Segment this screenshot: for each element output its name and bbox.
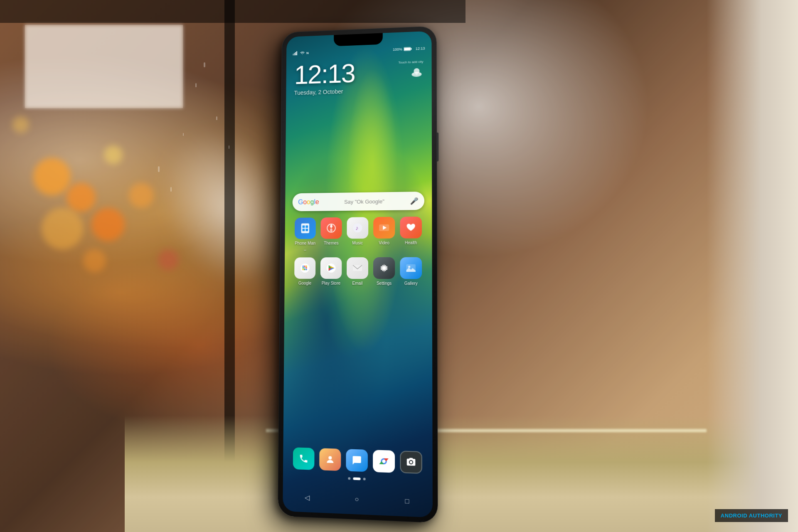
settings-label: Settings [377, 281, 392, 286]
svg-rect-12 [302, 229, 305, 231]
signal-icon [293, 51, 298, 55]
rain-7 [170, 187, 172, 192]
status-time: 12:13 [416, 46, 425, 51]
svg-rect-1 [294, 53, 295, 55]
status-left-icons: N [293, 51, 308, 55]
video-label: Video [379, 241, 389, 246]
dot-1 [348, 477, 350, 480]
rain-6 [229, 145, 229, 149]
app-settings[interactable]: Settings [372, 257, 396, 286]
svg-rect-24 [304, 267, 305, 268]
phone-device: N 100% 12:13 12:13 Tuesd [278, 26, 438, 523]
wifi-icon [300, 51, 305, 55]
app-health[interactable]: Health [399, 217, 423, 251]
side-button [437, 133, 438, 162]
phone-screen: N 100% 12:13 12:13 Tuesd [283, 31, 433, 518]
rain-4 [195, 83, 197, 87]
svg-rect-13 [305, 229, 308, 231]
phone-notch [334, 33, 383, 46]
home-button[interactable]: ○ [350, 493, 363, 506]
google-icon [294, 257, 315, 279]
themes-icon [320, 217, 342, 239]
battery-icon [404, 47, 412, 52]
app-video[interactable]: Video [372, 217, 396, 251]
app-play-store[interactable]: Play Store [319, 257, 343, 286]
rain-1 [204, 62, 205, 67]
svg-point-37 [408, 266, 410, 268]
android-authority-watermark: ANDROID AUTHORITY [715, 509, 788, 522]
bokeh-3 [91, 208, 125, 241]
svg-rect-5 [411, 48, 412, 50]
svg-rect-0 [293, 54, 293, 55]
dock-chrome[interactable] [373, 450, 395, 473]
phone-screen-bezel: N 100% 12:13 12:13 Tuesd [283, 31, 433, 518]
svg-rect-25 [306, 267, 307, 268]
bokeh-2 [66, 183, 96, 212]
svg-rect-9 [301, 223, 310, 233]
svg-rect-28 [306, 269, 307, 270]
email-label: Email [352, 281, 362, 286]
nfc-label: N [306, 51, 309, 55]
rain-3 [183, 133, 184, 136]
phone-manager-icon [295, 217, 316, 239]
bokeh-5 [42, 208, 83, 249]
recents-button[interactable]: □ [401, 495, 414, 508]
app-row-1: Phone Man _ Themes [292, 217, 424, 251]
play-store-icon [320, 257, 342, 279]
svg-point-41 [410, 461, 412, 463]
health-label: Health [405, 240, 417, 245]
svg-rect-27 [304, 269, 305, 270]
dot-2-active [353, 477, 360, 480]
svg-rect-22 [306, 266, 307, 267]
svg-rect-11 [305, 225, 308, 228]
bokeh-6 [83, 249, 106, 272]
bokeh-1 [33, 158, 71, 195]
voice-search-icon[interactable]: 🎤 [410, 197, 419, 205]
video-icon [373, 217, 395, 239]
dock-phone[interactable] [293, 447, 315, 470]
bokeh-small [12, 116, 29, 133]
svg-rect-6 [404, 48, 411, 50]
google-label: Google [298, 281, 312, 286]
email-icon [347, 257, 368, 279]
music-label: Music [352, 241, 363, 246]
svg-rect-21 [304, 266, 305, 267]
bokeh-red [158, 249, 179, 270]
window-outside-overlay [25, 25, 183, 108]
phone-manager-label: Phone Man _ [293, 241, 317, 251]
dock-camera[interactable] [400, 451, 422, 474]
app-google[interactable]: Google [293, 257, 317, 286]
gallery-icon [400, 257, 422, 279]
rain-5 [158, 166, 160, 172]
music-icon: ♪ [347, 217, 368, 239]
window-sill [125, 416, 798, 532]
dot-3 [363, 478, 366, 480]
google-search-bar[interactable]: Google Say "Ok Google" 🎤 [293, 192, 425, 211]
app-gallery[interactable]: Gallery [399, 257, 423, 286]
phone-body: N 100% 12:13 12:13 Tuesd [278, 26, 438, 523]
health-icon [400, 217, 422, 239]
settings-icon [373, 257, 395, 279]
window-right-frame [707, 0, 798, 532]
dock-messages[interactable] [346, 449, 368, 472]
themes-label: Themes [324, 241, 339, 246]
google-logo: Google [298, 198, 319, 206]
app-phone-manager[interactable]: Phone Man _ [293, 217, 317, 251]
app-row-2: Google [292, 257, 424, 286]
app-email[interactable]: Email [345, 257, 369, 286]
watermark-suffix: AUTHORITY [747, 512, 782, 519]
dock-contacts[interactable] [319, 448, 341, 471]
watermark-brand: ANDROID [721, 512, 747, 519]
svg-rect-2 [295, 52, 296, 55]
svg-rect-26 [303, 269, 304, 270]
status-right-info: 100% 12:13 [393, 46, 425, 52]
back-button[interactable]: ◁ [301, 491, 313, 504]
app-grid: Phone Man _ Themes [292, 217, 424, 293]
rain-2 [216, 116, 217, 120]
app-themes[interactable]: Themes [319, 217, 343, 251]
battery-percent: 100% [393, 47, 402, 52]
clock-section: 12:13 Tuesday, 2 October [294, 58, 424, 96]
svg-rect-20 [303, 266, 304, 267]
app-music[interactable]: ♪ Music [345, 217, 369, 251]
svg-rect-23 [303, 267, 304, 268]
